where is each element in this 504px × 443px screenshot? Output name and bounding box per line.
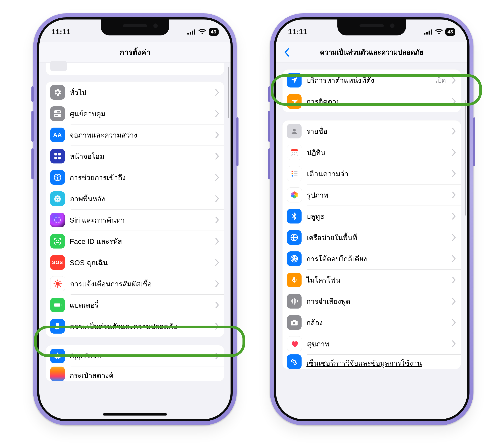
wifi-icon: [198, 29, 206, 35]
row-control-center[interactable]: ศูนย์ควบคุม: [46, 103, 224, 124]
chevron-right-icon: [452, 277, 456, 283]
row-tracking[interactable]: การติดตาม: [283, 91, 461, 112]
row-health[interactable]: สุขภาพ: [283, 333, 461, 354]
chevron-right-icon: [215, 302, 219, 308]
row-label: App Store: [70, 352, 210, 360]
page-title: ความเป็นส่วนตัวและความปลอดภัย: [320, 47, 423, 58]
row-value: เปิด: [435, 75, 446, 85]
svg-point-24: [56, 240, 57, 241]
row-home-screen[interactable]: หน้าจอโฮม: [46, 146, 224, 167]
flower-icon: [50, 191, 65, 206]
row-label: สุขภาพ: [307, 338, 447, 349]
svg-rect-37: [424, 33, 425, 35]
sos-icon: SOS: [50, 255, 65, 270]
globe-icon: [287, 230, 302, 245]
chevron-right-icon: [452, 213, 456, 219]
row-location-services[interactable]: บริการหาตำแหน่งที่ตั้ง เปิด: [283, 70, 461, 91]
svg-rect-36: [61, 304, 61, 306]
row-label: การแจ้งเตือนการสัมผัสเชื้อ: [70, 278, 210, 289]
svg-rect-66: [293, 277, 295, 281]
row-siri[interactable]: Siri และการค้นหา: [46, 209, 224, 231]
row-label: เตือนความจำ: [307, 168, 447, 179]
row-faceid[interactable]: Face ID และรหัส: [46, 231, 224, 252]
chevron-right-icon: [452, 234, 456, 241]
svg-rect-39: [429, 31, 430, 35]
svg-rect-35: [54, 304, 60, 307]
cellular-icon: [187, 29, 196, 35]
svg-rect-40: [431, 29, 432, 35]
row-label: Siri และการค้นหา: [70, 214, 210, 226]
virus-icon: [50, 276, 65, 291]
apps-grid-icon: [50, 149, 65, 163]
back-button[interactable]: [282, 48, 291, 57]
row-label: การช่วยการเข้าถึง: [70, 172, 210, 183]
battery-level: 43: [445, 28, 455, 36]
row-label: ศูนย์ควบคุม: [70, 108, 210, 119]
status-time: 11:11: [288, 27, 307, 36]
location-arrow-icon: [287, 73, 302, 88]
text-size-icon: AA: [50, 128, 65, 142]
scrollbar[interactable]: [465, 100, 466, 215]
cellular-icon: [424, 29, 432, 35]
row-speech[interactable]: การจำเสียงพูด: [283, 291, 461, 312]
svg-point-21: [55, 199, 57, 202]
svg-rect-10: [54, 157, 57, 159]
sensor-icon: [287, 354, 302, 369]
row-label: รายชื่อ: [306, 126, 447, 137]
row-label: การโต้ตอบใกล้เคียง: [306, 253, 447, 265]
chevron-right-icon: [452, 149, 456, 156]
row-bluetooth[interactable]: บลูทูธ: [283, 206, 461, 227]
row-local-network[interactable]: เครือข่ายในพื้นที่: [283, 227, 461, 248]
row-battery[interactable]: แบตเตอรี่: [46, 294, 224, 316]
row-label: แบตเตอรี่: [70, 299, 210, 311]
heart-icon: [287, 336, 302, 351]
svg-point-14: [56, 198, 59, 200]
svg-point-23: [55, 217, 61, 223]
row-general[interactable]: ทั่วไป: [46, 82, 224, 103]
row-privacy[interactable]: ความเป็นส่วนตัวและความปลอดภัย: [46, 316, 224, 337]
chevron-right-icon: [452, 192, 456, 198]
row-app-store[interactable]: App Store: [46, 345, 224, 366]
row-label: ความเป็นส่วนตัวและความปลอดภัย: [70, 321, 210, 332]
svg-line-31: [55, 281, 56, 282]
row-microphone[interactable]: ไมโครโฟน: [283, 269, 461, 291]
phone-mockup-right: 11:11 43 ความเป็นส่วนตัวและความปลอดภัย: [270, 13, 473, 425]
row-research[interactable]: เซ็นเซอร์การวิจัยและข้อมูลการใช้งาน: [283, 354, 461, 369]
row-calendar[interactable]: ปฏิทิน: [283, 142, 461, 163]
row-sos[interactable]: SOS SOS ฉุกเฉิน: [46, 252, 224, 273]
scrollbar[interactable]: [228, 67, 229, 118]
row-label: การจำเสียงพูด: [306, 296, 447, 307]
row-contacts[interactable]: รายชื่อ: [283, 120, 461, 142]
home-indicator[interactable]: [103, 413, 167, 416]
row-reminders[interactable]: เตือนความจำ: [283, 163, 461, 184]
chevron-right-icon: [452, 77, 456, 83]
row-photos[interactable]: รูปภาพ: [283, 184, 461, 206]
row-exposure[interactable]: การแจ้งเตือนการสัมผัสเชื้อ: [46, 273, 224, 294]
row-wallet[interactable]: กระเป๋าสตางค์: [46, 366, 224, 381]
svg-point-25: [58, 240, 59, 241]
chevron-right-icon: [215, 89, 219, 96]
svg-rect-46: [294, 152, 295, 153]
chevron-right-icon: [452, 98, 456, 105]
row-display[interactable]: AA จอภาพและความสว่าง: [46, 124, 224, 146]
chevron-right-icon: [215, 174, 219, 181]
previous-section-card: [46, 63, 224, 75]
row-camera[interactable]: กล้อง: [283, 312, 461, 333]
row-label: ปฏิทิน: [307, 147, 447, 158]
svg-point-13: [57, 175, 58, 176]
row-wallpaper[interactable]: ภาพพื้นหลัง: [46, 188, 224, 209]
row-nearby[interactable]: การโต้ตอบใกล้เคียง: [283, 248, 461, 269]
chevron-right-icon: [215, 259, 219, 266]
page-title: การตั้งค่า: [120, 46, 150, 58]
row-label: กล้อง: [306, 317, 447, 328]
svg-point-26: [56, 282, 60, 286]
svg-point-51: [292, 173, 293, 174]
svg-rect-47: [296, 152, 297, 153]
row-accessibility[interactable]: การช่วยการเข้าถึง: [46, 167, 224, 188]
svg-line-34: [60, 281, 61, 282]
screen-settings: 11:11 43 การตั้งค่า: [39, 19, 231, 419]
svg-point-73: [293, 360, 296, 363]
row-label: SOS ฉุกเฉิน: [70, 257, 210, 268]
svg-point-63: [293, 258, 295, 260]
row-label: เครือข่ายในพื้นที่: [306, 232, 447, 243]
